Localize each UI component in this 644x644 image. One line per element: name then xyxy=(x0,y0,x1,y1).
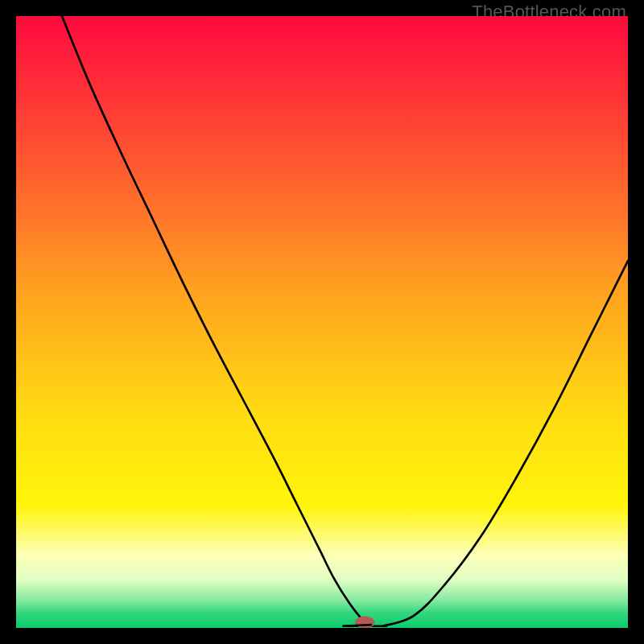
chart-frame: TheBottleneck.com xyxy=(0,0,644,644)
plot-area xyxy=(16,16,628,628)
bottleneck-chart xyxy=(16,16,628,628)
gradient-background xyxy=(16,16,628,628)
